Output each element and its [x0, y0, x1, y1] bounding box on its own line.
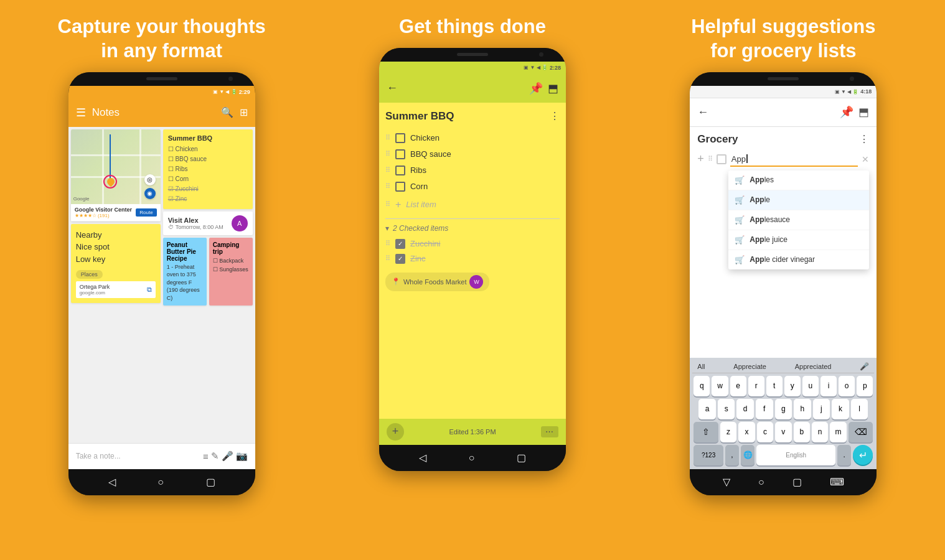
key-return[interactable]: ↵ [853, 445, 873, 465]
key-m[interactable]: m [830, 422, 846, 442]
kb-suggest-appreciate[interactable]: Appreciate [733, 363, 766, 370]
key-v[interactable]: v [775, 422, 791, 442]
status-bar-3: ▣ ▼ ◀ 🔋 4:18 [690, 86, 877, 98]
nav-recents-2[interactable]: ▢ [517, 452, 526, 464]
key-n[interactable]: n [812, 422, 828, 442]
checkbox-empty-3 [717, 154, 726, 164]
key-k[interactable]: k [832, 399, 849, 419]
notes-title-1: Notes [92, 106, 215, 119]
nav-recents-1[interactable]: ▢ [206, 476, 215, 488]
phone-2: ▣ ▼ ◀ 🔋 2:28 ← 📌 ⬒ Summer BBQ ⋮ [379, 48, 566, 471]
nav-back-2[interactable]: ◁ [419, 452, 426, 464]
nav-keyboard-3[interactable]: ⌨ [830, 476, 844, 488]
bbq-note-card[interactable]: Summer BBQ ☐ Chicken ☐ BBQ sauce ☐ Ribs … [163, 129, 253, 209]
nav-home-3[interactable]: ○ [758, 477, 764, 488]
checklist-item-chicken[interactable]: ⠿ Chicken [385, 130, 560, 146]
nav-back-1[interactable]: ◁ [108, 476, 116, 488]
pencil-icon[interactable]: ✎ [211, 450, 219, 462]
key-y[interactable]: y [784, 376, 801, 396]
key-backspace[interactable]: ⌫ [849, 422, 873, 442]
key-d[interactable]: d [736, 399, 754, 419]
mic-icon[interactable]: 🎤 [222, 450, 233, 462]
mic-icon-kb-3[interactable]: 🎤 [860, 362, 869, 371]
checklist-item-corn[interactable]: ⠿ Corn [385, 179, 560, 195]
key-space[interactable]: English [756, 445, 835, 465]
more-icon-3[interactable]: ⋮ [859, 133, 869, 145]
hamburger-icon[interactable]: ☰ [76, 106, 86, 119]
key-e[interactable]: e [730, 376, 746, 396]
kb-suggest-all[interactable]: All [697, 363, 705, 370]
suggestion-applesauce[interactable]: 🛒 Applesauce [728, 210, 869, 230]
kb-suggest-appreciated[interactable]: Appreciated [795, 363, 832, 370]
list-icon[interactable]: ≡ [203, 451, 209, 462]
key-c[interactable]: c [757, 422, 773, 442]
suggestions-dropdown-3: 🛒 Apples 🛒 Apple 🛒 Applesauce [728, 170, 869, 269]
notes-bottom-bar: Take a note... ≡ ✎ 🎤 📷 [68, 443, 255, 469]
checklist-item-ribs[interactable]: ⠿ Ribs [385, 162, 560, 179]
key-123[interactable]: ?123 [693, 445, 723, 465]
nearby-card[interactable]: NearbyNice spotLow key Places Ortega Par… [71, 224, 161, 304]
archive-icon-3[interactable]: ⬒ [858, 105, 869, 119]
column-2: Get things done ▣ ▼ ◀ 🔋 2:28 ← 📌 ⬒ [317, 0, 628, 560]
suggestion-apple-cider[interactable]: 🛒 Apple cider vinegar [728, 250, 869, 269]
clear-icon-3[interactable]: ✕ [862, 154, 869, 164]
key-w[interactable]: w [712, 376, 728, 396]
key-q[interactable]: q [693, 376, 710, 396]
checked-items-row[interactable]: ▾ 2 Checked items [385, 224, 560, 233]
pin-icon-3[interactable]: 📌 [840, 105, 853, 119]
key-a[interactable]: a [698, 399, 716, 419]
key-period[interactable]: . [837, 445, 851, 465]
search-icon-1[interactable]: 🔍 [221, 106, 233, 118]
key-b[interactable]: b [794, 422, 810, 442]
key-t[interactable]: t [766, 376, 783, 396]
visit-alex-card[interactable]: Visit Alex ⏱ Tomorrow, 8:00 AM A [163, 212, 253, 235]
key-h[interactable]: h [794, 399, 811, 419]
phone-3-bottom-bezel: ▽ ○ ▢ ⌨ [690, 469, 877, 495]
checked-item-zinc[interactable]: ⠿ ✓ Zinc [385, 251, 560, 266]
dots-menu-2[interactable]: ⋯ [541, 426, 558, 437]
add-btn-2[interactable]: + [387, 423, 404, 441]
map-note-card[interactable]: Google ◎ ◉ Google Visitor Center [71, 129, 161, 222]
input-value-3[interactable]: App [731, 154, 746, 164]
key-z[interactable]: z [720, 422, 736, 442]
key-l[interactable]: l [851, 399, 868, 419]
key-o[interactable]: o [839, 376, 855, 396]
key-i[interactable]: i [820, 376, 837, 396]
key-globe[interactable]: 🌐 [741, 445, 755, 465]
nav-recents-3[interactable]: ▢ [792, 476, 802, 488]
key-x[interactable]: x [738, 422, 755, 442]
suggestion-apples[interactable]: 🛒 Apples [728, 170, 869, 190]
checked-item-zucchini[interactable]: ⠿ ✓ Zucchini [385, 236, 560, 251]
nav-home-1[interactable]: ○ [158, 477, 164, 488]
checklist-toolbar-2: ← 📌 ⬒ [379, 74, 566, 103]
archive-icon-2[interactable]: ⬒ [548, 82, 558, 95]
key-j[interactable]: j [813, 399, 830, 419]
cart-icon-2: 🛒 [735, 195, 745, 205]
peanut-card[interactable]: Peanut Butter Pie Recipe 1 - Preheat ove… [163, 238, 207, 306]
take-note-placeholder[interactable]: Take a note... [76, 452, 200, 460]
key-r[interactable]: r [748, 376, 764, 396]
key-p[interactable]: p [857, 376, 873, 396]
checklist-item-bbq[interactable]: ⠿ BBQ sauce [385, 146, 560, 162]
back-icon-3[interactable]: ← [697, 106, 708, 119]
key-shift[interactable]: ⇧ [693, 422, 718, 442]
key-g[interactable]: g [775, 399, 792, 419]
more-icon-2[interactable]: ⋮ [550, 110, 560, 122]
edited-bar-2: + Edited 1:36 PM ⋯ [379, 419, 566, 445]
add-list-item[interactable]: ⠿ + List item [385, 196, 560, 213]
nav-home-2[interactable]: ○ [469, 452, 475, 464]
suggestion-apple[interactable]: 🛒 Apple [728, 190, 869, 210]
key-u[interactable]: u [802, 376, 819, 396]
key-f[interactable]: f [756, 399, 773, 419]
add-icon-3[interactable]: + [697, 152, 704, 166]
camping-card[interactable]: Camping trip ☐ Backpack☐ Sunglasses [209, 238, 253, 306]
suggestion-apple-juice[interactable]: 🛒 Apple juice [728, 230, 869, 250]
back-icon-2[interactable]: ← [387, 82, 398, 95]
grid-icon-1[interactable]: ⊞ [240, 106, 248, 118]
camera-icon[interactable]: 📷 [236, 450, 248, 462]
pin-icon-2[interactable]: 📌 [529, 82, 543, 95]
key-comma[interactable]: , [725, 445, 739, 465]
nav-back-3[interactable]: ▽ [723, 476, 730, 488]
location-badge-2[interactable]: 📍 Whole Foods Market W [385, 273, 489, 291]
key-s[interactable]: s [718, 399, 735, 419]
